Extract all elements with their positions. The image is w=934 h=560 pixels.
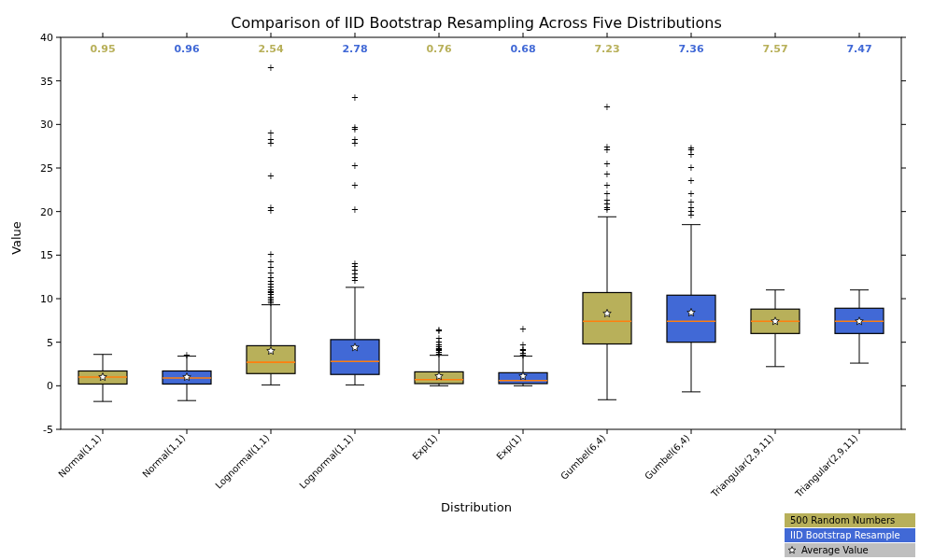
series-mean-label: 7.36 [678, 43, 703, 55]
box-7 [667, 295, 715, 342]
flier: + [603, 102, 611, 112]
ytick-label: 5 [47, 337, 53, 349]
legend-label: IID Bootstrap Resample [790, 530, 900, 540]
flier: + [351, 134, 359, 145]
ytick-label: 10 [40, 293, 53, 305]
chart-svg: Comparison of IID Bootstrap Resampling A… [0, 0, 934, 560]
xtick-label: Lognormal(1,1) [213, 433, 271, 491]
legend: 500 Random NumbersIID Bootstrap Resample… [785, 513, 915, 557]
flier: + [603, 169, 611, 179]
xtick-label: Normal(1,1) [140, 433, 187, 480]
flier: + [267, 171, 275, 181]
xtick-label: Exp(1) [410, 433, 439, 462]
flier: + [267, 249, 275, 259]
flier: + [603, 159, 611, 169]
xtick-label: Normal(1,1) [56, 433, 103, 480]
flier: + [603, 180, 611, 190]
flier: + [351, 259, 359, 269]
xtick-label: Triangular(2,9,11) [709, 433, 776, 500]
series-mean-label: 0.76 [426, 43, 451, 55]
series-mean-label: 0.96 [174, 43, 199, 55]
series-mean-label: 0.95 [90, 43, 115, 55]
flier: + [603, 142, 611, 152]
flier: + [351, 92, 359, 103]
ytick-label: 20 [40, 206, 53, 218]
plot-area: -50510152025303540Normal(1,1)0.95+Normal… [40, 32, 906, 499]
ytick-label: 35 [40, 76, 53, 88]
flier: + [519, 340, 527, 350]
x-axis-label: Distribution [441, 500, 512, 514]
ytick-label: -5 [43, 424, 53, 436]
box-6 [583, 292, 631, 343]
xtick-label: Lognormal(1,1) [297, 433, 355, 491]
legend-label: Average Value [801, 545, 869, 555]
xtick-label: Triangular(2,9,11) [793, 433, 860, 500]
xtick-label: Gumbel(6,4) [559, 433, 607, 482]
y-axis-label: Value [9, 221, 23, 255]
xtick-label: Exp(1) [494, 433, 523, 462]
flier: + [435, 325, 443, 335]
legend-label: 500 Random Numbers [790, 515, 895, 525]
flier: + [183, 350, 191, 360]
flier: + [351, 180, 359, 190]
flier: + [687, 189, 695, 199]
ytick-label: 15 [40, 249, 53, 261]
flier: + [687, 162, 695, 173]
flier: + [351, 161, 359, 171]
xtick-label: Gumbel(6,4) [643, 433, 691, 482]
flier: + [687, 143, 695, 153]
series-mean-label: 2.78 [342, 43, 367, 55]
flier: + [519, 324, 527, 334]
flier: + [351, 122, 359, 133]
series-mean-label: 7.23 [594, 43, 619, 55]
flier: + [351, 204, 359, 215]
flier: + [687, 175, 695, 186]
ytick-label: 30 [40, 119, 53, 131]
ytick-label: 40 [40, 32, 53, 44]
series-mean-label: 0.68 [510, 43, 535, 55]
flier: + [267, 203, 275, 213]
ytick-label: 25 [40, 162, 53, 175]
ytick-label: 0 [47, 380, 53, 392]
series-mean-label: 7.47 [846, 43, 871, 55]
chart-root: Comparison of IID Bootstrap Resampling A… [0, 0, 934, 560]
series-mean-label: 7.57 [762, 43, 787, 55]
flier: + [267, 63, 275, 73]
flier: + [267, 128, 275, 138]
chart-title: Comparison of IID Bootstrap Resampling A… [231, 14, 722, 32]
series-mean-label: 2.54 [258, 43, 283, 55]
